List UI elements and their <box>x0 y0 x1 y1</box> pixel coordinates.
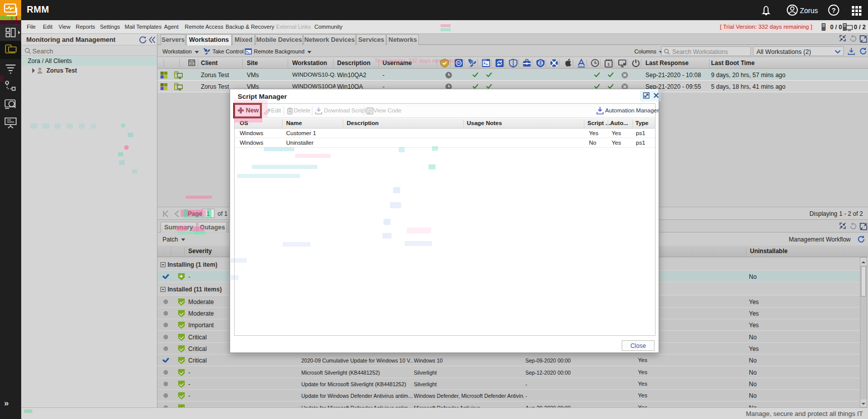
svg-text:1: 1 <box>608 62 610 67</box>
svg-text:?: ? <box>832 7 836 14</box>
